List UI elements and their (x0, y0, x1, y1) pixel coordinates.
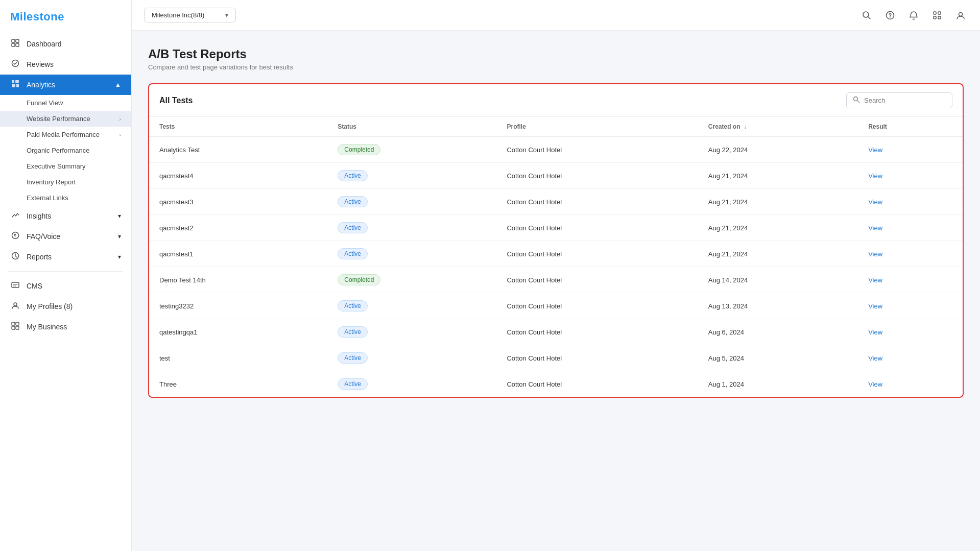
sidebar-item-label-cms: CMS (27, 282, 121, 290)
faq-chevron-icon: ▾ (118, 233, 121, 240)
view-result-link[interactable]: View (868, 328, 882, 336)
insights-icon (10, 211, 20, 221)
svg-rect-1 (16, 39, 19, 42)
table-row: qacmstest3 Active Cotton Court Hotel Aug… (149, 189, 963, 215)
cell-test-name: qacmstest2 (149, 215, 327, 241)
status-badge: Active (338, 170, 368, 181)
cell-result: View (858, 241, 963, 267)
sidebar-item-executive-summary[interactable]: Executive Summary (0, 158, 131, 174)
table-row: qacmstest1 Active Cotton Court Hotel Aug… (149, 241, 963, 267)
paid-media-label: Paid Media Performance (27, 131, 100, 138)
cell-result: View (858, 267, 963, 293)
col-header-result: Result (858, 117, 963, 137)
sidebar-item-insights[interactable]: Insights ▾ (0, 206, 131, 226)
table-header-row: Tests Status Profile Created on ↓ Result (149, 117, 963, 137)
sidebar-item-analytics[interactable]: Analytics ▲ (0, 75, 131, 95)
search-box-icon (853, 96, 860, 105)
table-row: qacmstest4 Active Cotton Court Hotel Aug… (149, 163, 963, 189)
data-table: Tests Status Profile Created on ↓ Result… (149, 117, 963, 397)
cell-status: Active (327, 163, 496, 189)
svg-rect-22 (934, 16, 936, 19)
sidebar-item-organic-performance[interactable]: Organic Performance (0, 142, 131, 158)
col-header-tests: Tests (149, 117, 327, 137)
insights-chevron-icon: ▾ (118, 212, 121, 220)
svg-rect-7 (12, 84, 15, 87)
cell-test-name: test (149, 345, 327, 371)
grid-icon[interactable] (930, 8, 944, 22)
svg-rect-15 (12, 326, 15, 329)
sidebar-item-cms[interactable]: CMS (0, 276, 131, 296)
sidebar-item-reviews[interactable]: Reviews (0, 54, 131, 75)
cell-profile: Cotton Court Hotel (496, 345, 698, 371)
cell-created-on: Aug 5, 2024 (698, 345, 858, 371)
col-header-status: Status (327, 117, 496, 137)
cell-created-on: Aug 21, 2024 (698, 215, 858, 241)
sidebar-item-my-business[interactable]: My Business (0, 317, 131, 337)
status-badge: Active (338, 248, 368, 259)
cell-test-name: Demo Test 14th (149, 267, 327, 293)
sidebar-item-my-profiles[interactable]: My Profiles (8) (0, 296, 131, 317)
status-badge: Active (338, 378, 368, 390)
col-header-created-on[interactable]: Created on ↓ (698, 117, 858, 137)
cell-result: View (858, 293, 963, 319)
cell-test-name: qacmstest1 (149, 241, 327, 267)
cell-created-on: Aug 21, 2024 (698, 241, 858, 267)
content-area: A/B Test Reports Compare and test page v… (132, 31, 980, 551)
svg-rect-0 (12, 39, 15, 42)
cell-result: View (858, 319, 963, 345)
view-result-link[interactable]: View (868, 224, 882, 232)
cell-profile: Cotton Court Hotel (496, 293, 698, 319)
status-badge: Active (338, 196, 368, 207)
view-result-link[interactable]: View (868, 276, 882, 284)
sidebar-item-website-performance[interactable]: Website Performance › (0, 111, 131, 127)
sidebar-divider (8, 271, 123, 272)
cell-status: Completed (327, 137, 496, 163)
view-result-link[interactable]: View (868, 198, 882, 206)
user-icon[interactable] (953, 8, 968, 22)
svg-point-17 (863, 12, 869, 17)
search-icon[interactable] (859, 8, 874, 22)
sidebar-item-external-links[interactable]: External Links (0, 190, 131, 206)
page-subtitle: Compare and test page variations for bes… (148, 63, 964, 71)
executive-summary-label: Executive Summary (27, 162, 86, 170)
sidebar-item-inventory-report[interactable]: Inventory Report (0, 174, 131, 190)
cell-created-on: Aug 21, 2024 (698, 163, 858, 189)
cell-status: Active (327, 345, 496, 371)
sort-icon: ↓ (744, 124, 747, 130)
cell-created-on: Aug 6, 2024 (698, 319, 858, 345)
view-result-link[interactable]: View (868, 172, 882, 180)
logo-area: Milestone (0, 0, 131, 32)
cell-result: View (858, 215, 963, 241)
cell-created-on: Aug 14, 2024 (698, 267, 858, 293)
sidebar-item-reports[interactable]: Reports ▾ (0, 247, 131, 267)
cell-result: View (858, 345, 963, 371)
notifications-icon[interactable] (906, 8, 921, 22)
cell-created-on: Aug 22, 2024 (698, 137, 858, 163)
sidebar-item-funnel-view[interactable]: Funnel View (0, 95, 131, 111)
cell-created-on: Aug 13, 2024 (698, 293, 858, 319)
svg-point-19 (890, 17, 891, 18)
sidebar-item-paid-media-performance[interactable]: Paid Media Performance › (0, 127, 131, 142)
cell-test-name: qatestingqa1 (149, 319, 327, 345)
help-icon[interactable] (883, 8, 897, 22)
cell-result: View (858, 137, 963, 163)
view-result-link[interactable]: View (868, 302, 882, 310)
view-result-link[interactable]: View (868, 146, 882, 154)
search-input[interactable] (864, 97, 946, 104)
cell-status: Completed (327, 267, 496, 293)
view-result-link[interactable]: View (868, 380, 882, 388)
reports-chevron-icon: ▾ (118, 253, 121, 260)
org-selector[interactable]: Milestone Inc(8/8) ▾ (144, 8, 236, 22)
svg-point-25 (854, 97, 858, 101)
search-box[interactable] (846, 92, 952, 108)
view-result-link[interactable]: View (868, 354, 882, 362)
view-result-link[interactable]: View (868, 250, 882, 258)
sidebar-item-dashboard[interactable]: Dashboard (0, 34, 131, 54)
svg-rect-5 (12, 80, 14, 83)
svg-rect-3 (16, 43, 19, 46)
sidebar-item-faq-voice[interactable]: FAQ/Voice ▾ (0, 226, 131, 247)
cell-status: Active (327, 293, 496, 319)
cell-test-name: Three (149, 371, 327, 397)
status-badge: Active (338, 222, 368, 233)
table-row: qatestingqa1 Active Cotton Court Hotel A… (149, 319, 963, 345)
